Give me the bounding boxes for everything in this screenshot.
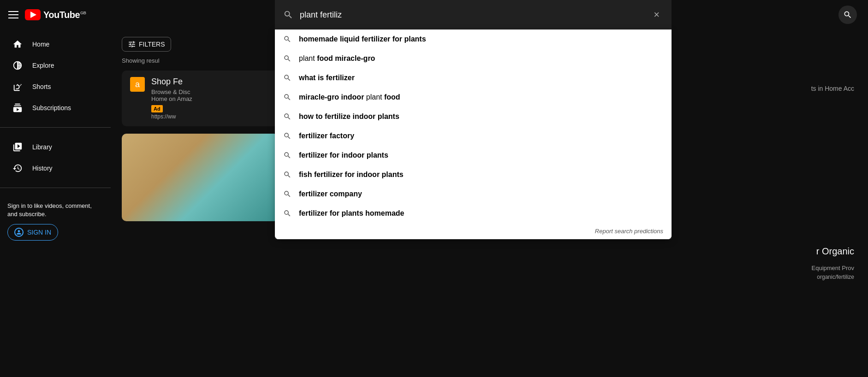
- filters-label: FILTERS: [139, 41, 165, 48]
- search-suggestions-dropdown: homemade liquid fertilizer for plants pl…: [275, 29, 672, 239]
- right-text-organic: r Organic: [816, 246, 854, 257]
- sign-in-prompt: Sign in to like videos, comment, and sub…: [7, 202, 103, 218]
- search-input-row: ×: [275, 0, 672, 29]
- suggestion-text-2: what is fertilizer: [299, 74, 663, 82]
- right-text-equip: Equipment Prov: [812, 265, 855, 271]
- hamburger-menu[interactable]: [8, 11, 18, 18]
- explore-icon: [12, 60, 23, 71]
- nav-section-main: Home Explore Shorts Sub: [0, 29, 111, 123]
- youtube-icon: [25, 9, 41, 20]
- results-text-content: Showing resul: [122, 57, 160, 64]
- suggestion-item-2[interactable]: what is fertilizer: [275, 68, 672, 88]
- sidebar-item-home-label: Home: [32, 41, 49, 48]
- sidebar-header: YouTubeGB: [0, 0, 111, 29]
- suggestion-search-icon-9: [283, 209, 291, 218]
- library-icon: [12, 141, 23, 153]
- suggestion-text-4: how to fertilize indoor plants: [299, 112, 663, 121]
- report-label-text: Report search predictions: [595, 228, 663, 235]
- shop-desc-2: Home on Amaz: [151, 95, 192, 102]
- shorts-icon: [12, 81, 23, 92]
- youtube-logo: YouTubeGB: [25, 9, 86, 20]
- filters-button[interactable]: FILTERS: [122, 37, 171, 52]
- nav-divider-1: [0, 127, 111, 128]
- shop-title-text: Shop Fe: [151, 77, 183, 86]
- shop-desc-1: Browse & Disc: [151, 88, 190, 95]
- suggestion-search-icon-1: [283, 54, 291, 63]
- sign-in-button[interactable]: SIGN IN: [7, 224, 58, 241]
- suggestion-item-0[interactable]: homemade liquid fertilizer for plants: [275, 29, 672, 49]
- suggestion-search-icon-6: [283, 151, 291, 159]
- right-panel: ts in Home Acc: [811, 85, 854, 92]
- sidebar-item-library-label: Library: [32, 143, 52, 151]
- suggestion-item-5[interactable]: fertilizer factory: [275, 126, 672, 146]
- sidebar-item-shorts[interactable]: Shorts: [4, 77, 107, 97]
- amazon-icon: a: [130, 77, 145, 92]
- suggestion-search-icon-3: [283, 93, 291, 101]
- history-icon: [12, 163, 23, 174]
- shop-url-text: https://ww: [151, 113, 176, 120]
- suggestion-text-3: miracle-gro indoor plant food: [299, 93, 663, 101]
- suggestion-search-icon-7: [283, 171, 291, 179]
- topbar-search-button[interactable]: [838, 6, 857, 24]
- subscriptions-icon: [12, 102, 23, 113]
- sign-in-avatar-icon: [14, 228, 24, 237]
- sidebar-item-shorts-label: Shorts: [32, 83, 51, 90]
- right-text-url: organic/fertilize: [817, 274, 854, 280]
- report-search-predictions-link[interactable]: Report search predictions: [275, 223, 672, 239]
- sidebar-item-library[interactable]: Library: [4, 137, 107, 157]
- suggestion-search-icon-2: [283, 74, 291, 82]
- suggestion-item-9[interactable]: fertilizer for plants homemade: [275, 204, 672, 223]
- suggestion-item-3[interactable]: miracle-gro indoor plant food: [275, 88, 672, 107]
- search-clear-button[interactable]: ×: [650, 7, 663, 23]
- sidebar: YouTubeGB Home Explore: [0, 0, 111, 377]
- suggestion-search-icon-5: [283, 132, 291, 140]
- nav-divider-2: [0, 188, 111, 188]
- suggestion-text-1: plant food miracle-gro: [299, 54, 663, 63]
- suggestion-item-8[interactable]: fertilizer company: [275, 184, 672, 204]
- suggestion-item-6[interactable]: fertilizer for indoor plants: [275, 146, 672, 165]
- sign-in-section: Sign in to like videos, comment, and sub…: [0, 194, 111, 248]
- search-bar-container: × homemade liquid fertilizer for plants …: [275, 0, 672, 239]
- youtube-title: YouTubeGB: [43, 10, 86, 20]
- suggestion-item-4[interactable]: how to fertilize indoor plants: [275, 107, 672, 126]
- sidebar-item-explore-label: Explore: [32, 62, 54, 69]
- home-icon: [12, 39, 23, 50]
- suggestion-text-8: fertilizer company: [299, 190, 663, 198]
- suggestion-text-6: fertilizer for indoor plants: [299, 151, 663, 159]
- right-panel-equip: Equipment Prov: [812, 265, 855, 271]
- region-label: GB: [80, 11, 86, 15]
- right-text-1: ts in Home Acc: [811, 85, 854, 92]
- sign-in-label: SIGN IN: [27, 229, 51, 236]
- suggestion-item-1[interactable]: plant food miracle-gro: [275, 49, 672, 68]
- suggestion-search-icon-0: [283, 35, 291, 43]
- youtube-title-text: YouTube: [43, 10, 80, 20]
- search-input[interactable]: [300, 10, 650, 20]
- suggestion-item-7[interactable]: fish fertilizer for indoor plants: [275, 165, 672, 184]
- video-thumbnail-1[interactable]: [122, 134, 279, 221]
- suggestion-search-icon-4: [283, 112, 291, 121]
- sidebar-item-home[interactable]: Home: [4, 34, 107, 54]
- nav-section-secondary: Library History: [0, 132, 111, 183]
- sidebar-item-subscriptions-label: Subscriptions: [32, 104, 71, 112]
- search-icon: [283, 10, 293, 20]
- sidebar-item-history-label: History: [32, 165, 53, 172]
- sidebar-item-history[interactable]: History: [4, 158, 107, 178]
- suggestion-text-9: fertilizer for plants homemade: [299, 209, 663, 218]
- right-panel-url: organic/fertilize: [817, 274, 854, 280]
- suggestion-text-7: fish fertilizer for indoor plants: [299, 171, 663, 179]
- sidebar-item-subscriptions[interactable]: Subscriptions: [4, 98, 107, 118]
- suggestion-text-0: homemade liquid fertilizer for plants: [299, 35, 663, 43]
- right-panel-organic: r Organic: [816, 246, 854, 257]
- suggestion-search-icon-8: [283, 190, 291, 198]
- ad-badge: Ad: [151, 105, 163, 112]
- suggestion-text-5: fertilizer factory: [299, 132, 663, 140]
- sidebar-item-explore[interactable]: Explore: [4, 55, 107, 76]
